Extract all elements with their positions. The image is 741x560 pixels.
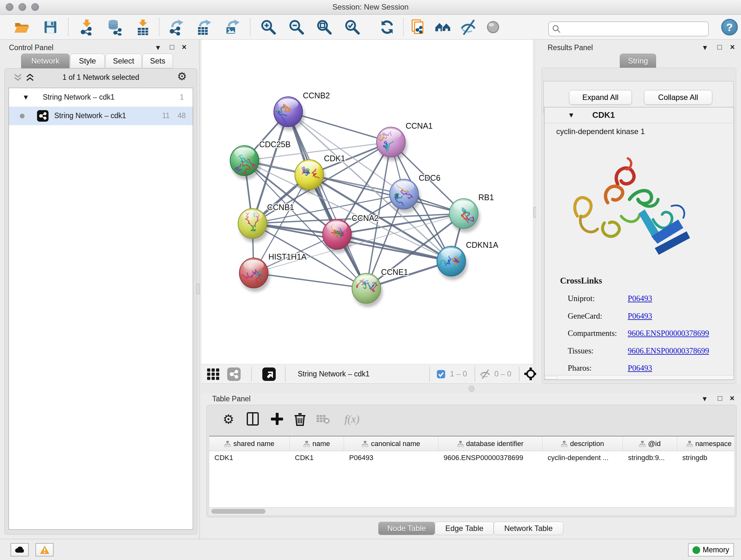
new-network-from-selection-button[interactable] [410,19,427,36]
close-panel-icon[interactable]: × [727,43,738,52]
tab-node-table[interactable]: Node Table [378,522,435,535]
collapse-all-button[interactable]: Collapse All [644,90,712,105]
tab-sets[interactable]: Sets [142,54,173,68]
network-node-CCNE1[interactable]: CCNE1 [352,267,408,307]
tab-style[interactable]: Style [70,54,105,68]
table-horizontal-scrollbar[interactable] [209,507,734,515]
crosslink-uniprot-link[interactable]: P06493 [628,294,652,303]
open-in-new-window-button[interactable] [262,367,276,381]
results-panel: Results Panel ▾ □ × String Expand All Co… [536,40,741,384]
export-image-button[interactable] [224,19,241,36]
network-canvas[interactable]: CCNB2CCNA1CDC25BCDK1CDC6RB1CCNB1CCNA2CDK… [201,40,533,364]
column-header-database-identifier[interactable]: database identifier [439,436,542,451]
section-collapse-caret-icon[interactable]: ▼ [568,111,575,119]
column-header-shared-name[interactable]: shared name [209,436,290,451]
crosslink-genecard-link[interactable]: P06493 [628,312,652,320]
hidden-eye-slash-icon[interactable] [480,369,490,379]
table-row[interactable]: CDK1CDK1P064939606.ENSP00000378699cyclin… [209,451,734,465]
float-panel-icon[interactable]: □ [714,43,725,51]
float-panel-icon[interactable]: □ [166,43,178,51]
network-node-RB1[interactable]: RB1 [449,193,494,233]
houses-button[interactable] [434,19,451,36]
save-session-button[interactable] [42,19,59,36]
delete-table-button[interactable] [315,411,331,428]
zoom-out-button[interactable] [288,19,305,36]
import-network-from-database-button[interactable] [106,19,123,36]
status-bar: Memory [0,539,741,560]
panel-menu-caret-icon[interactable]: ▾ [699,394,710,403]
apply-layout-button[interactable] [379,19,395,36]
horizontal-splitter[interactable] [201,384,741,393]
column-header-canonical-name[interactable]: canonical name [344,436,439,451]
network-list-options-button[interactable]: ⚙ [177,70,187,83]
show-grid-button[interactable] [206,367,220,381]
network-node-CDC6[interactable]: CDC6 [389,173,441,213]
panel-menu-caret-icon[interactable]: ▾ [699,43,711,52]
tab-edge-table[interactable]: Edge Table [435,522,494,535]
network-node-CCNA1[interactable]: CCNA1 [376,121,433,161]
network-graph[interactable]: CCNB2CCNA1CDC25BCDK1CDC6RB1CCNB1CCNA2CDK… [201,40,533,364]
column-header-name[interactable]: name [290,436,344,451]
tab-string[interactable]: String [620,54,656,68]
gray-orb-icon [485,19,501,36]
zoom-selected-icon [344,19,360,36]
external-arrow-icon [262,367,276,381]
search-input[interactable] [563,25,705,33]
crosslink-pharos-link[interactable]: P06493 [628,364,652,373]
cloud-status-button[interactable] [10,543,29,557]
minimize-window-button[interactable] [18,3,26,11]
tab-network[interactable]: Network [21,54,70,68]
export-table-button[interactable] [196,19,212,36]
export-network-button[interactable] [168,19,185,36]
column-header-description[interactable]: description [542,436,623,451]
tab-network-table[interactable]: Network Table [494,522,563,535]
create-column-button[interactable] [269,411,285,428]
column-label: database identifier [466,440,524,448]
import-network-from-file-button[interactable] [78,19,95,36]
crosslink-tissues-link[interactable]: 9606.ENSP00000378699 [628,347,709,355]
scrollbar-thumb[interactable] [545,376,557,379]
delete-column-button[interactable] [292,411,308,428]
expand-all-button[interactable]: Expand All [569,90,632,105]
column-type-icon [561,441,567,447]
hide-selected-button[interactable] [460,19,476,36]
zoom-in-button[interactable] [260,19,276,36]
tree-expand-caret-icon[interactable]: ▼ [22,93,29,102]
gene-section-header[interactable]: ▼ CDK1 [544,107,734,123]
node-table[interactable]: shared namenamecanonical namedatabase id… [209,436,734,515]
selected-checkbox-icon[interactable] [436,370,446,379]
column-header-id[interactable]: @id [623,436,677,451]
scrollbar-thumb[interactable] [211,509,266,514]
function-builder-button[interactable]: f(x) [338,411,366,428]
network-collection-row[interactable]: ▼ String Network – cdk1 1 [9,88,193,107]
panel-splitter-grip[interactable] [196,284,200,294]
close-panel-icon[interactable]: × [179,43,190,52]
splitter-grip-dot[interactable] [469,386,474,392]
tab-select[interactable]: Select [105,54,142,68]
memory-button[interactable]: Memory [688,543,734,557]
close-window-button[interactable] [6,3,13,11]
section-scrollbar[interactable] [545,375,733,379]
network-row[interactable]: String Network – cdk1 11 48 [9,107,193,125]
fit-selected-button[interactable] [524,367,538,381]
network-node-HIST1H1A[interactable]: HIST1H1A [239,252,307,292]
zoom-fit-button[interactable] [316,19,332,36]
column-header-namespace[interactable]: namespace [677,436,734,451]
crosslink-compartments-link[interactable]: 9606.ENSP00000378699 [628,329,709,338]
panel-menu-caret-icon[interactable]: ▾ [152,43,163,52]
help-button[interactable]: ? [721,19,738,36]
close-panel-icon[interactable]: × [727,394,738,403]
string-view-button[interactable] [227,367,241,381]
import-table-from-file-button[interactable] [135,19,151,36]
column-label: shared name [233,440,274,448]
open-file-button[interactable] [13,19,30,36]
zoom-selected-button[interactable] [344,19,360,36]
edges[interactable] [245,112,464,288]
float-panel-icon[interactable]: □ [715,394,725,402]
table-options-button[interactable]: ⚙ [220,411,237,428]
zoom-window-button[interactable] [31,3,39,11]
warnings-button[interactable] [36,543,54,557]
export-table-icon [196,19,212,36]
show-graphics-details-button[interactable] [485,19,501,36]
show-column-chooser-button[interactable] [245,411,261,428]
